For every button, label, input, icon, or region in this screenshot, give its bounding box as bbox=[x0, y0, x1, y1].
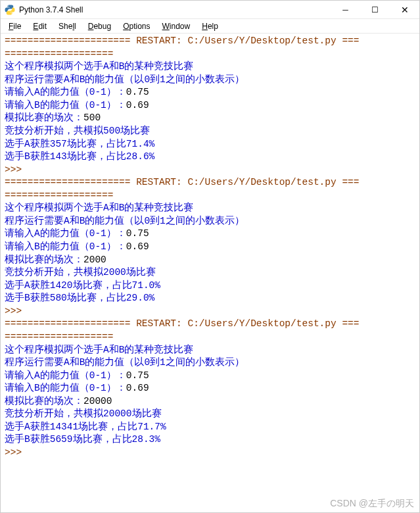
input-value: 500 bbox=[83, 112, 101, 123]
close-button[interactable]: ✕ bbox=[390, 1, 419, 18]
output-line: 选手B获胜143场比赛，占比28.6% bbox=[5, 151, 154, 162]
output-line: 请输入B的能力值（0-1）： bbox=[5, 100, 126, 110]
output-line: 模拟比赛的场次： bbox=[5, 396, 83, 406]
window-controls: ─ ☐ ✕ bbox=[331, 1, 419, 18]
menu-file[interactable]: File bbox=[3, 21, 26, 32]
restart-line: =================== bbox=[5, 49, 113, 59]
output-line: 竞技分析开始，共模拟20000场比赛 bbox=[5, 408, 162, 419]
output-line: 请输入A的能力值（0-1）： bbox=[5, 87, 126, 97]
input-value: 0.75 bbox=[126, 87, 149, 97]
input-value: 0.69 bbox=[126, 383, 149, 393]
output-line: 程序运行需要A和B的能力值（以0到1之间的小数表示） bbox=[5, 216, 245, 226]
output-line: 请输入A的能力值（0-1）： bbox=[5, 370, 126, 381]
minimize-button[interactable]: ─ bbox=[331, 1, 360, 18]
output-line: 请输入B的能力值（0-1）： bbox=[5, 241, 126, 252]
svg-point-0 bbox=[8, 5, 9, 6]
output-line: 模拟比赛的场次： bbox=[5, 255, 83, 265]
watermark: CSDN @左手の明天 bbox=[330, 498, 414, 510]
input-value: 20000 bbox=[83, 396, 112, 406]
output-line: 选手A获胜14341场比赛，占比71.7% bbox=[5, 422, 166, 432]
menu-shell[interactable]: Shell bbox=[53, 21, 82, 32]
menubar: File Edit Shell Debug Options Window Hel… bbox=[1, 19, 419, 34]
output-line: 程序运行需要A和B的能力值（以0到1之间的小数表示） bbox=[5, 357, 245, 368]
menu-edit[interactable]: Edit bbox=[28, 21, 52, 32]
titlebar: Python 3.7.4 Shell ─ ☐ ✕ bbox=[1, 1, 419, 19]
output-line: 程序运行需要A和B的能力值（以0到1之间的小数表示） bbox=[5, 74, 245, 85]
output-line: 这个程序模拟两个选手A和B的某种竞技比赛 bbox=[5, 61, 193, 72]
output-line: 选手A获胜1420场比赛，占比71.0% bbox=[5, 280, 160, 291]
output-line: 这个程序模拟两个选手A和B的某种竞技比赛 bbox=[5, 345, 193, 355]
svg-point-1 bbox=[11, 13, 12, 14]
output-line: 选手B获胜580场比赛，占比29.0% bbox=[5, 293, 154, 303]
prompt: >>> bbox=[5, 306, 22, 316]
input-value: 0.69 bbox=[126, 241, 149, 252]
output-line: 选手B获胜5659场比赛，占比28.3% bbox=[5, 434, 160, 445]
maximize-button[interactable]: ☐ bbox=[360, 1, 390, 18]
restart-line: ====================== RESTART: C:/Users… bbox=[5, 177, 360, 187]
output-line: 竞技分析开始，共模拟2000场比赛 bbox=[5, 267, 156, 278]
input-value: 0.69 bbox=[126, 100, 149, 110]
output-line: 请输入A的能力值（0-1）： bbox=[5, 228, 126, 239]
python-icon bbox=[5, 5, 15, 15]
shell-content[interactable]: ====================== RESTART: C:/Users… bbox=[1, 34, 419, 461]
menu-options[interactable]: Options bbox=[118, 21, 155, 32]
output-line: 竞技分析开始，共模拟500场比赛 bbox=[5, 126, 150, 136]
prompt: >>> bbox=[5, 447, 22, 458]
output-line: 请输入B的能力值（0-1）： bbox=[5, 383, 126, 393]
restart-line: =================== bbox=[5, 190, 113, 201]
restart-line: ====================== RESTART: C:/Users… bbox=[5, 318, 360, 329]
input-value: 0.75 bbox=[126, 370, 149, 381]
menu-debug[interactable]: Debug bbox=[83, 21, 116, 32]
menu-window[interactable]: Window bbox=[157, 21, 196, 32]
input-value: 2000 bbox=[83, 255, 106, 265]
restart-line: =================== bbox=[5, 331, 113, 342]
restart-line: ====================== RESTART: C:/Users… bbox=[5, 36, 360, 46]
input-value: 0.75 bbox=[126, 228, 149, 239]
output-line: 选手A获胜357场比赛，占比71.4% bbox=[5, 139, 154, 149]
output-line: 这个程序模拟两个选手A和B的某种竞技比赛 bbox=[5, 203, 193, 213]
menu-help[interactable]: Help bbox=[197, 21, 223, 32]
output-line: 模拟比赛的场次： bbox=[5, 112, 83, 123]
prompt: >>> bbox=[5, 164, 22, 175]
window-title: Python 3.7.4 Shell bbox=[19, 5, 331, 14]
